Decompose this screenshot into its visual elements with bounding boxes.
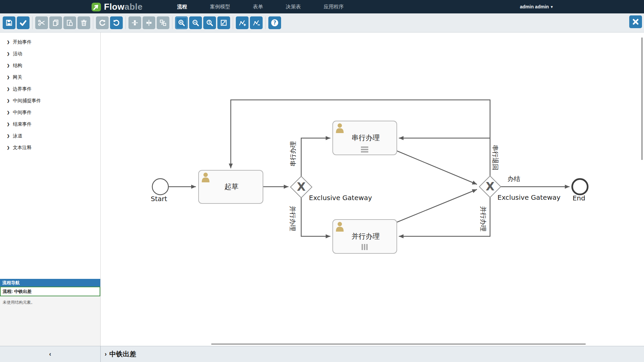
- check-icon: [19, 19, 27, 26]
- chevron-right-icon: ❯: [7, 99, 10, 103]
- close-icon: [632, 18, 639, 25]
- align-center-button[interactable]: [143, 16, 155, 29]
- collapse-sidebar-button[interactable]: ‹: [49, 351, 51, 358]
- flow-gateway1-to-serial[interactable]: [301, 138, 330, 176]
- nav-item-apps[interactable]: 应用程序: [324, 0, 344, 13]
- palette-group-end-events[interactable]: ❯ 结束事件: [0, 118, 100, 130]
- edge-label-finish: 办结: [507, 175, 520, 182]
- svg-text:?: ?: [273, 20, 276, 26]
- zoom-actual-button[interactable]: [203, 16, 216, 29]
- undo-button[interactable]: [110, 16, 123, 29]
- add-bendpoint-button[interactable]: [236, 16, 249, 29]
- palette-group-boundary-events[interactable]: ❯ 边界事件: [0, 83, 100, 95]
- palette-group-intermediate-events[interactable]: ❯ 中间事件: [0, 107, 100, 118]
- zoom-out-icon: [192, 19, 199, 26]
- copy-button[interactable]: [49, 16, 62, 29]
- nav-item-decision-tables[interactable]: 决策表: [286, 0, 301, 13]
- nav-item-processes[interactable]: 流程: [177, 0, 187, 13]
- toolbar-separator: [172, 16, 172, 29]
- user-name: admin admin: [520, 4, 549, 9]
- palette-group-text-annotation[interactable]: ❯ 文本注释: [0, 142, 100, 154]
- flow-gateway1-to-parallel[interactable]: [301, 198, 330, 236]
- zoom-fit-button[interactable]: [217, 16, 230, 29]
- zoom-in-button[interactable]: [175, 16, 188, 29]
- main-nav: 流程 案例模型 表单 决策表 应用程序: [177, 0, 344, 13]
- remove-bendpoint-icon: [253, 19, 260, 26]
- palette-group-label: 网关: [13, 74, 22, 80]
- palette-sidebar: ❯ 开始事件 ❯ 活动 ❯ 结构 ❯ 网关 ❯ 边界事件 ❯ 中间捕捉事件 ❯ …: [0, 33, 101, 346]
- undo-icon: [113, 19, 120, 26]
- brand-flow: Flow: [104, 2, 124, 12]
- horizontal-scrollbar[interactable]: [211, 344, 586, 345]
- vertical-scrollbar[interactable]: [641, 38, 643, 160]
- chevron-right-icon: ❯: [7, 63, 10, 68]
- edge-label-serial-return: 串行退回: [492, 145, 499, 170]
- delete-button[interactable]: [77, 16, 90, 29]
- same-size-icon: [159, 19, 167, 26]
- flow-parallel-to-gateway2[interactable]: [397, 189, 477, 222]
- palette-group-label: 结构: [13, 63, 22, 69]
- align-center-icon: [145, 19, 153, 26]
- palette-group-activities[interactable]: ❯ 活动: [0, 48, 100, 60]
- paste-icon: [66, 19, 73, 26]
- edge-label-to-parallel: 并行办理: [289, 206, 297, 231]
- paste-button[interactable]: [63, 16, 76, 29]
- copy-icon: [52, 19, 59, 26]
- help-icon: ?: [271, 19, 279, 27]
- flowable-logo-icon: [91, 2, 102, 12]
- nav-item-forms[interactable]: 表单: [253, 0, 263, 13]
- scissors-icon: [38, 19, 45, 26]
- validate-button[interactable]: [17, 16, 30, 29]
- task-draft-label: 起草: [224, 183, 238, 191]
- shape-palette: ❯ 开始事件 ❯ 活动 ❯ 结构 ❯ 网关 ❯ 边界事件 ❯ 中间捕捉事件 ❯ …: [0, 33, 100, 154]
- zoom-fit-icon: [220, 19, 227, 26]
- process-title: 中铁出差: [109, 350, 136, 359]
- save-icon: [5, 19, 13, 26]
- close-editor-button[interactable]: [629, 15, 642, 28]
- cut-button[interactable]: [35, 16, 48, 29]
- trash-icon: [80, 19, 88, 26]
- zoom-out-button[interactable]: [189, 16, 202, 29]
- nav-item-case-models[interactable]: 案例模型: [210, 0, 230, 13]
- same-size-button[interactable]: [157, 16, 169, 29]
- gateway1-x-icon: X: [297, 180, 306, 193]
- flowable-logo: Flowable: [91, 2, 143, 12]
- flow-serial-to-gateway2[interactable]: [397, 151, 477, 184]
- process-navigator-note: 未使用结构元素。: [0, 296, 100, 346]
- remove-bendpoint-button[interactable]: [250, 16, 263, 29]
- palette-group-intermediate-catching-events[interactable]: ❯ 中间捕捉事件: [0, 95, 100, 107]
- palette-group-label: 中间事件: [13, 110, 32, 116]
- start-event[interactable]: [152, 179, 168, 195]
- palette-group-start-events[interactable]: ❯ 开始事件: [0, 36, 100, 48]
- brand-text: Flowable: [104, 2, 143, 12]
- edge-label-to-serial: 串行办理: [289, 141, 297, 167]
- toolbar-separator: [32, 16, 33, 29]
- process-navigator-current[interactable]: 流程: 中铁出差: [0, 287, 100, 296]
- chevron-right-icon[interactable]: ›: [105, 351, 107, 358]
- editor-toolbar: ?: [0, 13, 644, 33]
- toolbar-separator: [265, 16, 266, 29]
- chevron-right-icon: ❯: [7, 122, 10, 126]
- chevron-right-icon: ❯: [7, 145, 10, 150]
- palette-group-gateways[interactable]: ❯ 网关: [0, 71, 100, 83]
- palette-group-swimlanes[interactable]: ❯ 泳道: [0, 130, 100, 142]
- align-middle-button[interactable]: [128, 16, 141, 29]
- task-serial-label: 串行办理: [352, 134, 380, 142]
- align-middle-icon: [131, 19, 139, 26]
- end-event[interactable]: [572, 179, 588, 194]
- gateway1-label: Exclusive Gateway: [309, 194, 372, 202]
- palette-group-label: 活动: [13, 51, 22, 57]
- flow-redo-to-parallel[interactable]: [399, 197, 490, 236]
- palette-group-structural[interactable]: ❯ 结构: [0, 60, 100, 71]
- chevron-right-icon: ❯: [7, 52, 10, 56]
- process-title-bar: › 中铁出差: [101, 346, 644, 362]
- toolbar-separator: [233, 16, 233, 29]
- palette-group-label: 边界事件: [13, 86, 32, 92]
- gateway2-x-icon: X: [486, 180, 494, 193]
- user-menu[interactable]: admin admin ▾: [520, 0, 553, 13]
- save-button[interactable]: [3, 16, 15, 29]
- gateway2-label: Exclusive Gateway: [497, 193, 560, 201]
- help-button[interactable]: ?: [268, 16, 281, 29]
- palette-group-label: 结束事件: [13, 121, 32, 127]
- redo-button[interactable]: [96, 16, 109, 29]
